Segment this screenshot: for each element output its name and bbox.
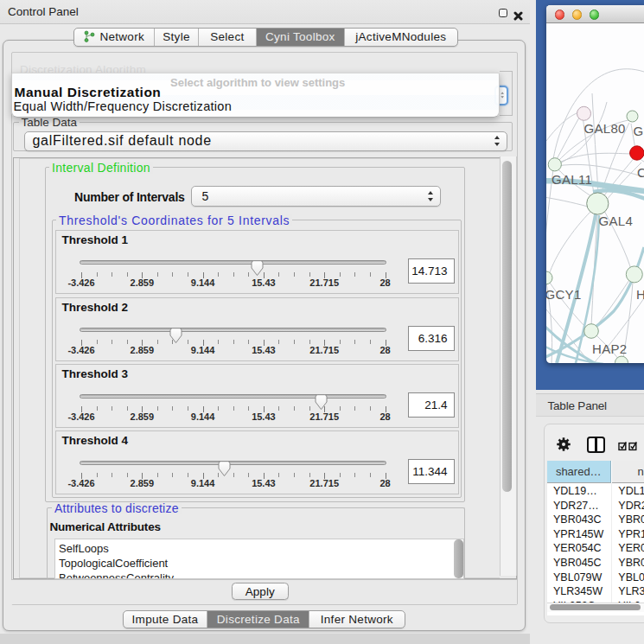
svg-text:H: H (636, 287, 644, 302)
svg-text:GAL11: GAL11 (552, 172, 592, 187)
svg-text:G.: G. (633, 124, 644, 138)
svg-text:GAL4: GAL4 (598, 214, 633, 228)
svg-text:GAL80: GAL80 (583, 121, 625, 136)
svg-text:HAP2: HAP2 (592, 341, 627, 356)
svg-text:C: C (637, 165, 644, 180)
svg-text:GCY1: GCY1 (546, 287, 582, 302)
